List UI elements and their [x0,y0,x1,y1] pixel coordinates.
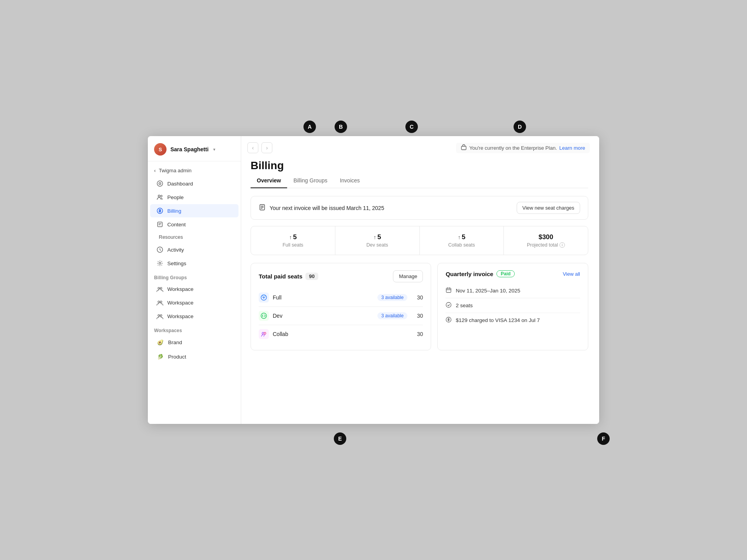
tabs: Overview Billing Groups Invoices [251,173,588,188]
sidebar-item-activity[interactable]: Activity [150,243,238,256]
sidebar-billing-group-2[interactable]: Workspace [150,296,238,309]
collab-seat-icon [259,329,269,339]
full-seat-icon [259,292,269,303]
sidebar-item-label: Billing [167,208,181,214]
sidebar-item-content[interactable]: Content [150,218,238,231]
seats-title: Total paid seats 90 [259,273,318,280]
view-seat-charges-button[interactable]: View new seat charges [517,202,580,214]
enterprise-banner: You're currently on the Enterprise Plan.… [456,143,590,153]
annotation-b: B [335,121,347,133]
sidebar-item-label: Activity [167,247,184,253]
stat-projected-total: $300 Projected total i [504,226,588,255]
stat-number-dev: 5 [377,233,381,241]
tab-overview[interactable]: Overview [251,173,287,188]
sidebar-item-resources[interactable]: Resources [148,231,241,243]
back-label: Twigma admin [159,168,191,173]
content-icon [156,221,163,228]
sidebar-billing-group-1[interactable]: Workspace [150,282,238,296]
learn-more-link[interactable]: Learn more [559,145,585,151]
sidebar-billing-group-3[interactable]: Workspace [150,310,238,323]
seat-row-dev: Dev 3 available 30 [259,307,423,325]
sidebar-workspace-brand[interactable]: 🥑 Brand [150,335,238,349]
seats-card-header: Total paid seats 90 Manage [259,270,423,282]
main-scrollable: Billing Overview Billing Groups Invoices… [241,156,599,424]
sidebar-item-label: Settings [167,261,186,266]
svg-rect-5 [158,222,162,227]
back-button[interactable]: ‹ [247,142,258,153]
stat-number-collab: 5 [462,233,465,241]
stat-full-seats: ↑ 5 Full seats [251,226,335,255]
paid-badge: Paid [496,270,515,277]
tab-billing-groups[interactable]: Billing Groups [287,173,333,188]
stat-label-full: Full seats [282,242,303,248]
seats-count-badge: 90 [305,273,318,280]
top-bar: ‹ › You're currently on the Enterprise P… [241,136,599,156]
svg-point-3 [161,195,162,197]
info-icon[interactable]: i [559,242,565,248]
invoice-date-row: Nov 11, 2025–Jan 10, 2025 [445,284,580,298]
view-all-button[interactable]: View all [563,271,580,277]
svg-point-1 [159,183,161,185]
billing-group-label: Workspace [167,300,193,306]
sidebar-item-label: Resources [159,234,183,240]
invoice-notice-text: Your next invoice will be issued March 1… [270,205,384,211]
svg-point-19 [264,332,266,334]
main-content-area: ‹ › You're currently on the Enterprise P… [241,136,599,424]
workspaces-section-title: Workspaces [148,323,241,335]
sidebar-item-people[interactable]: People [150,191,238,204]
sidebar-item-billing[interactable]: Billing [150,204,238,217]
sidebar-navigation: ‹ Twigma admin Dashboard People [148,161,241,367]
sidebar-header[interactable]: S Sara Spaghetti ▾ [148,136,241,161]
sidebar-item-settings[interactable]: Settings [150,257,238,270]
annotation-c: C [405,121,418,133]
sidebar-item-label: Content [167,222,186,228]
invoice-date-text: Nov 11, 2025–Jan 10, 2025 [456,288,520,294]
seat-name-dev: Dev [273,313,374,319]
svg-point-21 [446,303,451,308]
seats-title-text: Total paid seats [259,273,302,280]
user-name: Sara Spaghetti [170,146,209,152]
seats-card: Total paid seats 90 Manage Full 3 availa [251,263,431,350]
stat-label-projected: Projected total i [527,242,565,248]
stat-label-collab: Collab seats [448,242,475,248]
full-available-badge: 3 available [377,294,407,301]
stats-row: ↑ 5 Full seats ↑ 5 Dev seats [251,226,588,255]
seat-row-full: Full 3 available 30 [259,289,423,307]
billing-groups-section-title: Billing Groups [148,270,241,282]
full-seat-count: 30 [411,294,423,301]
chevron-down-icon: ▾ [213,147,216,152]
manage-button[interactable]: Manage [393,270,423,282]
invoice-card-header: Quarterly invoice Paid View all [445,270,580,277]
annotation-a: A [303,121,316,133]
arrow-icon-full: ↑ [289,234,292,240]
quarterly-invoice-card: Quarterly invoice Paid View all Nov 11, … [437,263,588,350]
stat-number-full: 5 [293,233,296,241]
tab-invoices[interactable]: Invoices [333,173,366,188]
annotation-e: E [334,432,346,445]
workspace-group-icon [156,285,163,292]
brand-workspace-icon: 🥑 [156,338,164,346]
sidebar-workspace-product[interactable]: 🥬 Product [150,350,238,364]
invoice-notice: Your next invoice will be issued March 1… [251,196,588,220]
svg-point-2 [158,195,160,197]
invoice-file-icon [259,204,266,212]
back-nav-item[interactable]: ‹ Twigma admin [148,164,241,177]
stat-value-projected: $300 [538,233,553,241]
billing-icon [156,207,163,214]
annotation-f: F [597,432,610,445]
page-title: Billing [251,156,588,172]
arrow-icon-collab: ↑ [458,234,461,240]
invoice-card-title: Quarterly invoice Paid [445,270,515,277]
invoice-seats-row: 2 seats [445,298,580,313]
svg-rect-20 [446,288,451,292]
invoice-card-title-text: Quarterly invoice [445,271,493,277]
forward-button[interactable]: › [261,142,272,153]
invoice-charge-row: $129 charged to VISA 1234 on Jul 7 [445,313,580,327]
avatar: S [154,143,167,156]
sidebar-item-dashboard[interactable]: Dashboard [150,177,238,190]
projected-label-text: Projected total [527,242,558,248]
billing-group-label: Workspace [167,313,193,319]
calendar-icon [445,287,452,294]
people-icon [156,194,163,201]
dashboard-icon [156,180,163,187]
